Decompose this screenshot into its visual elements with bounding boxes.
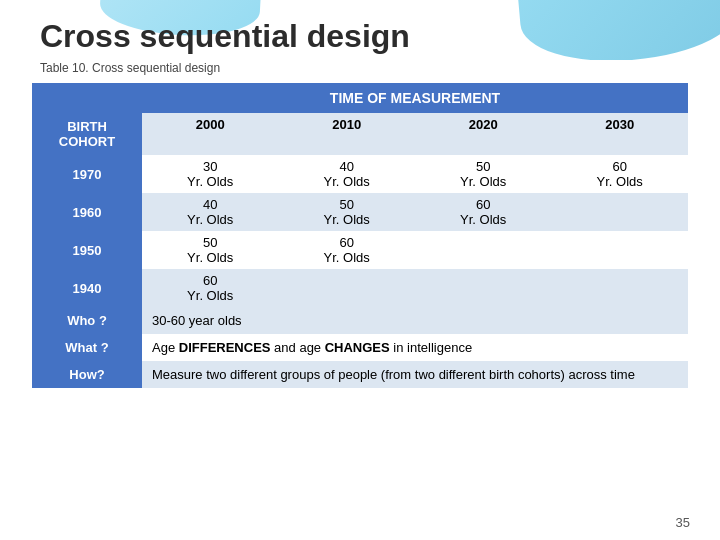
what-value: Age DIFFERENCES and age CHANGES in intel… <box>142 334 688 361</box>
year-header-2000: 2000 <box>142 113 278 155</box>
cell-1940-2030 <box>551 269 688 307</box>
table-container: TIME OF MEASUREMENT BIRTHCOHORT 2000 201… <box>0 83 720 388</box>
cell-1940-2000: 60Yr. Olds <box>142 269 278 307</box>
cell-1970-2020: 50Yr. Olds <box>415 155 551 193</box>
how-value: Measure two different groups of people (… <box>142 361 688 388</box>
cell-1960-2030 <box>551 193 688 231</box>
cell-1960-2020: 60Yr. Olds <box>415 193 551 231</box>
cell-1940-2020 <box>415 269 551 307</box>
header-row: TIME OF MEASUREMENT <box>32 83 688 113</box>
year-header-2030: 2030 <box>551 113 688 155</box>
cohort-year-1940: 1940 <box>32 269 142 307</box>
table-subtitle: Table 10. Cross sequential design <box>0 61 720 83</box>
cell-1950-2030 <box>551 231 688 269</box>
birth-cohort-label: BIRTHCOHORT <box>32 113 142 155</box>
time-of-measurement-header: TIME OF MEASUREMENT <box>142 83 688 113</box>
page-title: Cross sequential design <box>0 0 720 61</box>
cell-1970-2010: 40Yr. Olds <box>278 155 414 193</box>
how-label: How? <box>32 361 142 388</box>
cell-1950-2000: 50Yr. Olds <box>142 231 278 269</box>
cohort-year-1970: 1970 <box>32 155 142 193</box>
who-value: 30-60 year olds <box>142 307 688 334</box>
who-label: Who ? <box>32 307 142 334</box>
cohort-row-1940: 1940 60Yr. Olds <box>32 269 688 307</box>
cell-1960-2000: 40Yr. Olds <box>142 193 278 231</box>
page-number: 35 <box>676 515 690 530</box>
header-empty <box>32 83 142 113</box>
how-row: How? Measure two different groups of peo… <box>32 361 688 388</box>
cell-1960-2010: 50Yr. Olds <box>278 193 414 231</box>
year-header-2010: 2010 <box>278 113 414 155</box>
cohort-year-1960: 1960 <box>32 193 142 231</box>
year-header-2020: 2020 <box>415 113 551 155</box>
cell-1940-2010 <box>278 269 414 307</box>
cohort-row-1970: 1970 30Yr. Olds 40Yr. Olds 50Yr. Olds 60… <box>32 155 688 193</box>
what-label: What ? <box>32 334 142 361</box>
cross-sequential-table: TIME OF MEASUREMENT BIRTHCOHORT 2000 201… <box>32 83 688 388</box>
what-row: What ? Age DIFFERENCES and age CHANGES i… <box>32 334 688 361</box>
cell-1970-2030: 60Yr. Olds <box>551 155 688 193</box>
cell-1970-2000: 30Yr. Olds <box>142 155 278 193</box>
cohort-year-1950: 1950 <box>32 231 142 269</box>
cohort-row-1960: 1960 40Yr. Olds 50Yr. Olds 60Yr. Olds <box>32 193 688 231</box>
cohort-row-1950: 1950 50Yr. Olds 60Yr. Olds <box>32 231 688 269</box>
year-headers-row: BIRTHCOHORT 2000 2010 2020 2030 <box>32 113 688 155</box>
cell-1950-2010: 60Yr. Olds <box>278 231 414 269</box>
cell-1950-2020 <box>415 231 551 269</box>
who-row: Who ? 30-60 year olds <box>32 307 688 334</box>
